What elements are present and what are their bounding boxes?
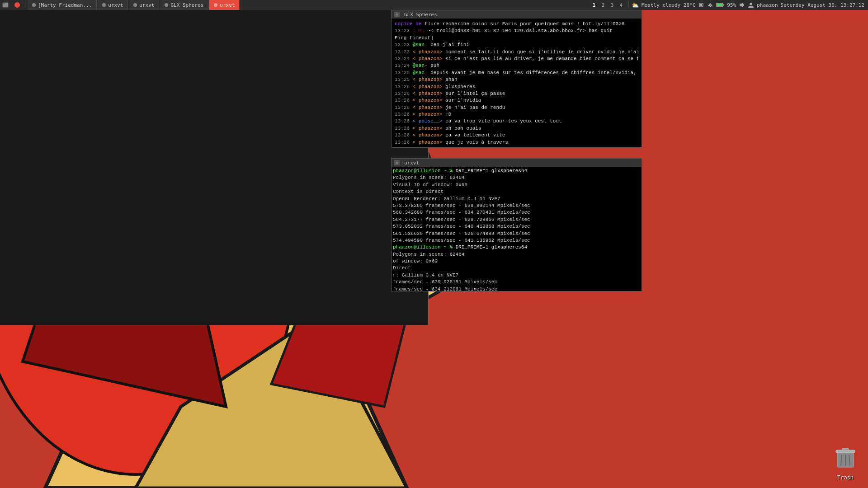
irc-line: 13:26 < phaazon> glxspheres <box>395 84 638 90</box>
svg-point-11 <box>14 2 20 8</box>
cpu-icon <box>698 2 704 8</box>
taskbar-left: [Marty Friedman... urxvt urxvt GLX Spher… <box>0 0 587 10</box>
tab-urxvt1[interactable]: urxvt <box>98 0 128 10</box>
irc-line: 13:26 < phaazon> sur l'intel ça passe <box>395 90 638 97</box>
left-window <box>0 10 429 325</box>
irc-titlebar-left: × GLX Spheres <box>394 12 437 18</box>
workspace-2[interactable]: 2 <box>599 1 607 9</box>
terminal-line: Context is Direct <box>393 188 640 195</box>
tab-urxvt3-label: urxvt <box>220 2 235 8</box>
terminal-window-title: urxvt <box>404 160 419 166</box>
trash-image <box>835 446 856 473</box>
terminal-close-btn[interactable]: × <box>394 160 400 165</box>
irc-line: 13:25 < phaazon> ahah <box>395 76 638 83</box>
terminal-line: 573.378265 frames/sec - 639.890144 Mpixe… <box>393 202 640 209</box>
taskbar: [Marty Friedman... urxvt urxvt GLX Spher… <box>0 0 868 10</box>
terminal-content[interactable]: phaazon@illusion ~ % DRI_PRIME=1 glxsphe… <box>392 167 642 291</box>
irc-window[interactable]: × GLX Spheres copine de flure recherche … <box>391 10 642 148</box>
trash-icon[interactable]: Trash <box>830 445 861 481</box>
irc-line: Ping timeout] <box>395 35 638 42</box>
irc-close-btn[interactable]: × <box>394 12 400 17</box>
svg-marker-18 <box>740 3 743 7</box>
user-icon <box>748 2 754 8</box>
irc-titlebar: × GLX Spheres <box>392 10 642 19</box>
terminal-line: 574.494590 frames/sec - 641.135962 Mpixe… <box>393 237 640 244</box>
irc-line: 13:24 < phaazon> si ce n'est pas lié au … <box>395 56 638 62</box>
trash-label: Trash <box>837 474 854 481</box>
irc-line: 13:24 @san- euh <box>395 62 638 69</box>
terminal-line: 564.273177 frames/sec - 629.728866 Mpixe… <box>393 216 640 223</box>
svg-point-14 <box>710 6 711 7</box>
irc-content[interactable]: copine de flure recherche coloc sur Pari… <box>392 19 642 147</box>
username-text: phaazon <box>757 2 778 8</box>
terminal-line: Visual ID of window: 0x69 <box>393 182 640 188</box>
taskbar-app-icon-files[interactable] <box>1 0 10 9</box>
svg-rect-17 <box>717 4 722 6</box>
taskbar-right: 1 2 3 4 ⛅ Mostly cloudy 20°C 95% <box>587 1 868 9</box>
tab-glx-label: GLX Spheres <box>170 2 203 8</box>
weather-icon: ⛅ <box>632 2 639 9</box>
irc-line: copine de flure recherche coloc sur Pari… <box>395 21 638 28</box>
svg-rect-16 <box>723 5 724 6</box>
irc-line: 13:25 @san- depuis avant je me base sur … <box>395 70 638 76</box>
irc-line: 13:26 < phaazon> ah bah ouais <box>395 125 638 132</box>
tab-marty[interactable]: [Marty Friedman... <box>28 0 97 10</box>
tab-urxvt2[interactable]: urxvt <box>129 0 159 10</box>
network-icon <box>707 2 713 8</box>
irc-line: 13:23 @san- ben j'ai fini <box>395 42 638 48</box>
svg-rect-13 <box>700 4 702 6</box>
svg-rect-10 <box>3 3 5 4</box>
tab-dot <box>165 3 168 7</box>
terminal-line: phaazon@illusion ~ % DRI_PRIME=1 glxsphe… <box>393 168 640 174</box>
tab-dot <box>102 3 106 7</box>
terminal-line: frames/sec - 639.925151 Mpixels/sec <box>393 279 640 286</box>
taskbar-app-icon-red[interactable] <box>13 0 22 9</box>
terminal-line: Polygons in scene: 62464 <box>393 174 640 181</box>
terminal-titlebar: × urxvt <box>392 159 642 167</box>
terminal-line: 561.536639 frames/sec - 626.674889 Mpixe… <box>393 230 640 237</box>
terminal-line: 573.052032 frames/sec - 640.418868 Mpixe… <box>393 223 640 230</box>
terminal-window[interactable]: × urxvt phaazon@illusion ~ % DRI_PRIME=1… <box>391 158 642 291</box>
terminal-titlebar-left: × urxvt <box>394 160 419 166</box>
datetime-text: Saturday August 30, 13:27:12 <box>781 2 864 8</box>
terminal-line: phaazon@illusion ~ % DRI_PRIME=1 glxsphe… <box>393 244 640 251</box>
terminal-line: of window: 0x69 <box>393 258 640 265</box>
workspace-3[interactable]: 3 <box>609 1 616 9</box>
svg-point-19 <box>750 3 752 5</box>
irc-line: 13:26 < phaazon> sur l'nvidia <box>395 97 638 104</box>
tab-dot <box>133 3 137 7</box>
battery-text: 95% <box>727 2 736 8</box>
terminal-line: Direct <box>393 265 640 272</box>
irc-line: 13:26 < phaazon> je n'ai pas de rendu <box>395 104 638 111</box>
workspace-1[interactable]: 1 <box>590 1 598 9</box>
terminal-line: 568.342680 frames/sec - 634.270431 Mpixe… <box>393 209 640 216</box>
left-window-content <box>0 10 428 325</box>
tab-urxvt3[interactable]: urxvt <box>209 0 240 10</box>
irc-line: 13:26 < phaazon> ça va tellement vite <box>395 132 638 139</box>
tab-urxvt2-label: urxvt <box>139 2 154 8</box>
irc-window-title: GLX Spheres <box>404 12 437 18</box>
tab-urxvt1-label: urxvt <box>108 2 123 8</box>
volume-icon <box>739 2 745 8</box>
tab-marty-label: [Marty Friedman... <box>38 2 92 8</box>
irc-line: 13:26 < pulse__> ca va trop vite pour te… <box>395 118 638 125</box>
svg-rect-22 <box>842 448 849 450</box>
irc-line: 13:26 < phaazon> :D <box>395 111 638 118</box>
terminal-line: Polygons in scene: 62464 <box>393 251 640 258</box>
tab-glx[interactable]: GLX Spheres <box>160 0 208 10</box>
workspace-indicator: 1 2 3 4 <box>587 1 629 9</box>
terminal-line: OpenGL Renderer: Gallium 0.4 on NVE7 <box>393 196 640 202</box>
workspace-4[interactable]: 4 <box>618 1 625 9</box>
terminal-line: frames/sec - 634.212081 Mpixels/sec <box>393 286 640 291</box>
irc-line: 13:26 < phaazon> que je vois à travers <box>395 139 638 146</box>
weather-text: Mostly cloudy 20°C <box>642 2 695 8</box>
irc-line: 13:23 < phaazon> comment se fait-il donc… <box>395 49 638 56</box>
terminal-line: r: Gallium 0.4 on NVE7 <box>393 272 640 279</box>
taskbar-separator <box>25 2 25 8</box>
tab-dot <box>32 3 36 7</box>
battery-icon <box>716 2 724 8</box>
tab-dot-active <box>214 3 217 7</box>
irc-line: 13:23 :-!- ~<-troll@bdn33-h01-31-32-104-… <box>395 28 638 34</box>
